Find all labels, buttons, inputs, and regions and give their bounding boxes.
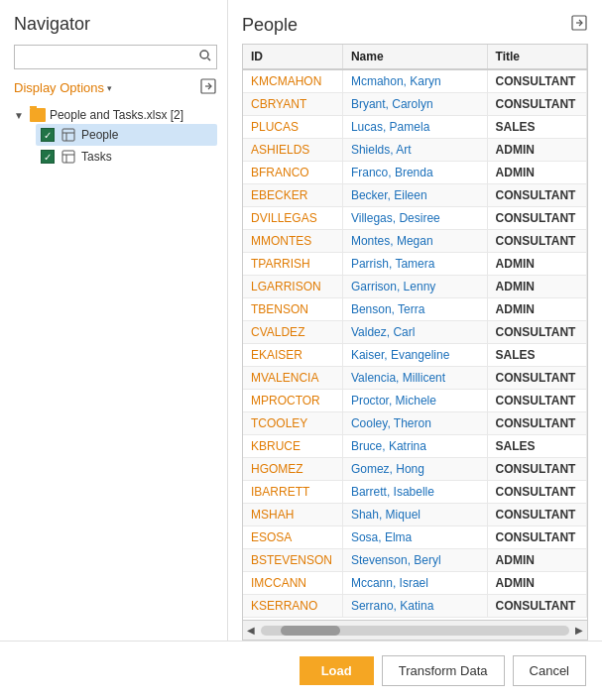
file-name-label: People and Tasks.xlsx [2] bbox=[50, 108, 183, 122]
cell-id: MPROCTOR bbox=[243, 390, 342, 412]
cancel-button[interactable]: Cancel bbox=[513, 655, 586, 686]
cell-title: CONSULTANT bbox=[487, 230, 586, 253]
search-icon bbox=[199, 50, 211, 61]
cell-title: ADMIN bbox=[487, 162, 586, 184]
cell-id: ESOSA bbox=[243, 526, 342, 549]
transform-data-button[interactable]: Transform Data bbox=[382, 655, 505, 686]
table-row[interactable]: MPROCTORProctor, MicheleCONSULTANT bbox=[243, 390, 587, 412]
table-row[interactable]: PLUCASLucas, PamelaSALES bbox=[243, 116, 587, 139]
tree-file-item: ▼ People and Tasks.xlsx [2] bbox=[14, 106, 217, 124]
table-row[interactable]: BFRANCOFranco, BrendaADMIN bbox=[243, 162, 587, 184]
col-header-id: ID bbox=[243, 45, 342, 69]
scroll-track[interactable] bbox=[261, 626, 569, 636]
dialog-footer: Load Transform Data Cancel bbox=[0, 641, 602, 700]
table-row[interactable]: BSTEVENSONStevenson, BerylADMIN bbox=[243, 549, 587, 572]
tasks-checkbox[interactable] bbox=[40, 149, 56, 165]
preview-header: People bbox=[242, 14, 588, 36]
col-header-name: Name bbox=[342, 45, 487, 69]
cell-id: MVALENCIA bbox=[243, 367, 342, 390]
table-row[interactable]: EKAISERKaiser, EvangelineSALES bbox=[243, 344, 587, 367]
cell-name: Cooley, Theron bbox=[342, 412, 487, 435]
cell-title: CONSULTANT bbox=[487, 69, 586, 93]
cell-name: Mccann, Israel bbox=[342, 572, 487, 595]
cell-title: CONSULTANT bbox=[487, 504, 586, 526]
cell-title: ADMIN bbox=[487, 298, 586, 321]
cell-name: Lucas, Pamela bbox=[342, 116, 487, 139]
table-header: ID Name Title bbox=[243, 45, 587, 69]
tree-area: ▼ People and Tasks.xlsx [2] bbox=[14, 106, 217, 631]
tree-children: People Tasks bbox=[14, 124, 217, 168]
table-row[interactable]: MMONTESMontes, MeganCONSULTANT bbox=[243, 230, 587, 253]
table-row[interactable]: MSHAHShah, MiquelCONSULTANT bbox=[243, 504, 587, 526]
search-input[interactable] bbox=[15, 46, 193, 68]
tasks-label: Tasks bbox=[81, 150, 112, 164]
table-row[interactable]: KBRUCEBruce, KatrinaSALES bbox=[243, 435, 587, 458]
table-row[interactable]: DVILLEGASVillegas, DesireeCONSULTANT bbox=[243, 207, 587, 230]
table-row[interactable]: KSERRANOSerrano, KatinaCONSULTANT bbox=[243, 595, 587, 618]
cell-title: CONSULTANT bbox=[487, 390, 586, 412]
data-table-container: ID Name Title KMCMAHONMcmahon, KarynCONS… bbox=[242, 44, 588, 641]
table-row[interactable]: CBRYANTBryant, CarolynCONSULTANT bbox=[243, 93, 587, 116]
cell-title: CONSULTANT bbox=[487, 526, 586, 549]
table-row[interactable]: KMCMAHONMcmahon, KarynCONSULTANT bbox=[243, 69, 587, 93]
table-row[interactable]: IMCCANNMccann, IsraelADMIN bbox=[243, 572, 587, 595]
table-row[interactable]: IBARRETTBarrett, IsabelleCONSULTANT bbox=[243, 481, 587, 504]
svg-rect-7 bbox=[62, 151, 74, 163]
table-row[interactable]: TPARRISHParrish, TameraADMIN bbox=[243, 253, 587, 276]
table-row[interactable]: CVALDEZValdez, CarlCONSULTANT bbox=[243, 321, 587, 344]
load-button[interactable]: Load bbox=[300, 656, 374, 685]
cell-id: IBARRETT bbox=[243, 481, 342, 504]
cell-title: SALES bbox=[487, 116, 586, 139]
cell-name: Proctor, Michele bbox=[342, 390, 487, 412]
cell-name: Mcmahon, Karyn bbox=[342, 69, 487, 93]
table-row[interactable]: TBENSONBenson, TerraADMIN bbox=[243, 298, 587, 321]
cell-title: ADMIN bbox=[487, 253, 586, 276]
cell-id: PLUCAS bbox=[243, 116, 342, 139]
preview-export-icon bbox=[570, 14, 588, 32]
cell-id: BFRANCO bbox=[243, 162, 342, 184]
display-options-button[interactable]: Display Options ▾ bbox=[14, 80, 112, 95]
table-scroll-wrapper[interactable]: ID Name Title KMCMAHONMcmahon, KarynCONS… bbox=[243, 45, 587, 620]
table-row[interactable]: MVALENCIAValencia, MillicentCONSULTANT bbox=[243, 367, 587, 390]
table-row[interactable]: EBECKERBecker, EileenCONSULTANT bbox=[243, 184, 587, 207]
scroll-right-button[interactable]: ▶ bbox=[573, 625, 585, 636]
cell-title: ADMIN bbox=[487, 549, 586, 572]
table-body: KMCMAHONMcmahon, KarynCONSULTANTCBRYANTB… bbox=[243, 69, 587, 618]
table-row[interactable]: ESOSASosa, ElmaCONSULTANT bbox=[243, 526, 587, 549]
scroll-left-button[interactable]: ◀ bbox=[245, 625, 257, 636]
cell-name: Valdez, Carl bbox=[342, 321, 487, 344]
table-row[interactable]: TCOOLEYCooley, TheronCONSULTANT bbox=[243, 412, 587, 435]
table-row[interactable]: HGOMEZGomez, HongCONSULTANT bbox=[243, 458, 587, 481]
cell-title: ADMIN bbox=[487, 572, 586, 595]
tree-toggle-icon[interactable]: ▼ bbox=[14, 110, 24, 121]
tree-item-people[interactable]: People bbox=[36, 124, 217, 146]
svg-point-0 bbox=[200, 51, 208, 58]
table-row[interactable]: ASHIELDSShields, ArtADMIN bbox=[243, 139, 587, 162]
people-label: People bbox=[81, 128, 118, 142]
table-row[interactable]: LGARRISONGarrison, LennyADMIN bbox=[243, 276, 587, 298]
people-checkbox[interactable] bbox=[40, 127, 56, 143]
cell-title: SALES bbox=[487, 344, 586, 367]
navigator-dialog: Navigator Display Options ▾ bbox=[0, 0, 602, 700]
cell-name: Villegas, Desiree bbox=[342, 207, 487, 230]
cell-name: Benson, Terra bbox=[342, 298, 487, 321]
search-button[interactable] bbox=[193, 46, 217, 68]
cell-name: Montes, Megan bbox=[342, 230, 487, 253]
cell-id: CVALDEZ bbox=[243, 321, 342, 344]
tree-item-tasks[interactable]: Tasks bbox=[36, 146, 217, 168]
cell-id: BSTEVENSON bbox=[243, 549, 342, 572]
import-button[interactable] bbox=[199, 77, 217, 98]
cell-title: ADMIN bbox=[487, 276, 586, 298]
left-panel: Navigator Display Options ▾ bbox=[0, 0, 228, 641]
scroll-thumb[interactable] bbox=[281, 626, 340, 636]
dialog-body: Navigator Display Options ▾ bbox=[0, 0, 602, 641]
dropdown-arrow-icon: ▾ bbox=[107, 83, 112, 93]
horizontal-scrollbar[interactable]: ◀ ▶ bbox=[243, 620, 587, 640]
cell-id: HGOMEZ bbox=[243, 458, 342, 481]
cell-id: EBECKER bbox=[243, 184, 342, 207]
cell-id: KMCMAHON bbox=[243, 69, 342, 93]
people-checked-icon bbox=[41, 128, 55, 142]
preview-export-button[interactable] bbox=[570, 14, 588, 36]
tasks-checked-icon bbox=[41, 150, 55, 164]
cell-name: Valencia, Millicent bbox=[342, 367, 487, 390]
